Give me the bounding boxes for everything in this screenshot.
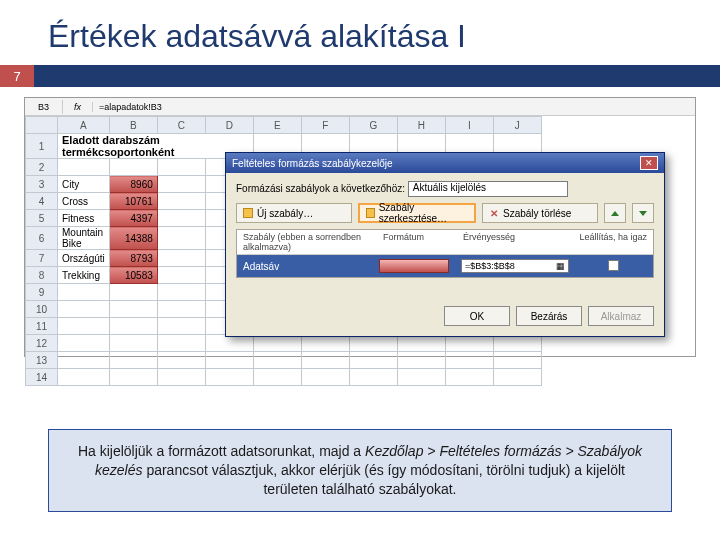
- row-header[interactable]: 12: [26, 335, 58, 352]
- name-box[interactable]: B3: [25, 100, 63, 114]
- cell-label[interactable]: City: [58, 176, 110, 193]
- cell-value[interactable]: 10761: [109, 193, 157, 210]
- row-header[interactable]: 5: [26, 210, 58, 227]
- worksheet-grid[interactable]: A B C D E F G H I J 1Eladott darabszám t…: [25, 116, 695, 386]
- apply-button[interactable]: Alkalmaz: [588, 306, 654, 326]
- row-header[interactable]: 14: [26, 369, 58, 386]
- col-format-header: Formátum: [377, 230, 457, 254]
- col-header[interactable]: E: [253, 117, 301, 134]
- cell-label[interactable]: Trekking: [58, 267, 110, 284]
- select-all-corner[interactable]: [26, 117, 58, 134]
- excel-screenshot: B3 fx =alapadatok!B3 A B C D E F G H I J…: [24, 97, 696, 357]
- col-rule-header: Szabály (ebben a sorrendben alkalmazva): [237, 230, 377, 254]
- col-header[interactable]: C: [157, 117, 205, 134]
- formula-bar: B3 fx =alapadatok!B3: [25, 98, 695, 116]
- row-header[interactable]: 7: [26, 250, 58, 267]
- formula-input[interactable]: =alapadatok!B3: [93, 102, 695, 112]
- dialog-titlebar[interactable]: Feltételes formázás szabálykezelője ✕: [226, 153, 664, 173]
- cell-label[interactable]: Fitness: [58, 210, 110, 227]
- col-header[interactable]: H: [397, 117, 445, 134]
- row-header[interactable]: 13: [26, 352, 58, 369]
- cell-value[interactable]: 14388: [109, 227, 157, 250]
- move-down-button[interactable]: [632, 203, 654, 223]
- new-rule-button[interactable]: Új szabály…: [236, 203, 352, 223]
- scope-dropdown[interactable]: Aktuális kijelölés: [408, 181, 568, 197]
- close-button[interactable]: Bezárás: [516, 306, 582, 326]
- row-header[interactable]: 10: [26, 301, 58, 318]
- rule-row[interactable]: Adatsáv =$B$3:$B$8▦: [237, 255, 653, 277]
- fx-icon[interactable]: fx: [63, 102, 93, 112]
- row-header[interactable]: 3: [26, 176, 58, 193]
- new-rule-icon: [243, 208, 253, 218]
- row-header[interactable]: 8: [26, 267, 58, 284]
- cell-value[interactable]: 10583: [109, 267, 157, 284]
- cell-value[interactable]: 8960: [109, 176, 157, 193]
- row-header[interactable]: 11: [26, 318, 58, 335]
- col-header[interactable]: A: [58, 117, 110, 134]
- row-header[interactable]: 9: [26, 284, 58, 301]
- col-header[interactable]: G: [349, 117, 397, 134]
- col-scope-header: Érvényesség: [457, 230, 573, 254]
- close-icon[interactable]: ✕: [640, 156, 658, 170]
- delete-rule-button[interactable]: ✕Szabály törlése: [482, 203, 598, 223]
- sheet-title-cell[interactable]: Eladott darabszám termékcsoportonként: [58, 134, 254, 159]
- cell-label[interactable]: Országúti: [58, 250, 110, 267]
- col-header[interactable]: F: [301, 117, 349, 134]
- col-header[interactable]: B: [109, 117, 157, 134]
- edit-rule-button[interactable]: Szabály szerkesztése…: [358, 203, 476, 223]
- slide-number-badge: 7: [0, 65, 34, 87]
- range-picker-icon[interactable]: ▦: [556, 261, 565, 271]
- arrow-down-icon: [639, 211, 647, 216]
- applies-to-input[interactable]: =$B$3:$B$8▦: [461, 259, 569, 273]
- col-header[interactable]: J: [493, 117, 541, 134]
- cell-label[interactable]: Mountain Bike: [58, 227, 110, 250]
- footer-callout: Ha kijelöljük a formázott adatsorunkat, …: [48, 429, 672, 512]
- row-header[interactable]: 4: [26, 193, 58, 210]
- delete-rule-icon: ✕: [489, 208, 499, 218]
- rules-for-label: Formázási szabályok a következőhöz:: [236, 183, 405, 194]
- stop-if-true-checkbox[interactable]: [608, 260, 619, 271]
- rule-name: Adatsáv: [237, 261, 377, 272]
- accent-bar: 7: [0, 65, 720, 87]
- slide-title: Értékek adatsávvá alakítása I: [0, 0, 720, 65]
- format-preview: [379, 259, 449, 273]
- arrow-up-icon: [611, 211, 619, 216]
- rules-list: Szabály (ebben a sorrendben alkalmazva) …: [236, 229, 654, 278]
- col-header[interactable]: I: [445, 117, 493, 134]
- cell-value[interactable]: 8793: [109, 250, 157, 267]
- cell-label[interactable]: Cross: [58, 193, 110, 210]
- row-header[interactable]: 2: [26, 159, 58, 176]
- col-stop-header: Leállítás, ha igaz: [573, 230, 653, 254]
- dialog-title: Feltételes formázás szabálykezelője: [232, 158, 393, 169]
- move-up-button[interactable]: [604, 203, 626, 223]
- row-header[interactable]: 1: [26, 134, 58, 159]
- cell-value[interactable]: 4397: [109, 210, 157, 227]
- ok-button[interactable]: OK: [444, 306, 510, 326]
- rules-manager-dialog: Feltételes formázás szabálykezelője ✕ Fo…: [225, 152, 665, 337]
- edit-rule-icon: [366, 208, 375, 218]
- col-header[interactable]: D: [205, 117, 253, 134]
- row-header[interactable]: 6: [26, 227, 58, 250]
